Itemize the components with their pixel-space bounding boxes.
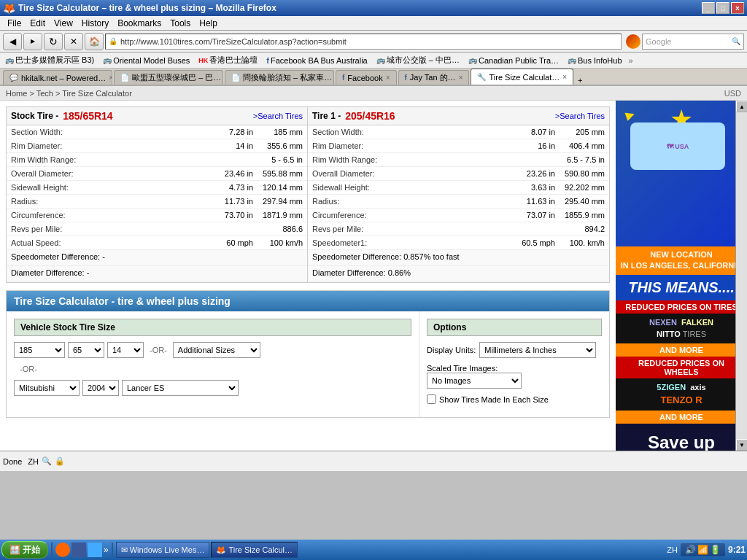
stock-tire-label: Stock Tire -: [11, 111, 58, 121]
tire1-label-6: Circumference:: [308, 209, 395, 222]
search-box[interactable]: 🔍: [642, 34, 744, 50]
rim-select[interactable]: 14: [107, 342, 144, 358]
stock-row-8: Actual Speed: 60 mph 100 km/h: [7, 236, 307, 250]
address-bar[interactable]: 🔒 http://www.1010tires.com/TireSizeCalcu…: [105, 34, 622, 50]
ad-panel: ★ ► 🗺 USA NEW LOCATIONIN LOS ANGELES, CA…: [616, 101, 747, 451]
tab-close-0[interactable]: ×: [109, 74, 112, 82]
tire1-val2-4: 92.202 mm: [558, 181, 609, 194]
stock-row-3: Overall Diameter: 23.46 in 595.88 mm: [7, 167, 307, 181]
menu-file[interactable]: File: [3, 17, 26, 30]
stop-button[interactable]: ✕: [64, 33, 83, 50]
home-button[interactable]: 🏠: [85, 33, 104, 50]
bookmark-hk[interactable]: HK 香港巴士論壇: [196, 54, 260, 66]
stock-label-1: Rim Diameter:: [7, 139, 94, 152]
minimize-button[interactable]: _: [702, 2, 715, 14]
stock-val1-6: 73.70 in: [94, 209, 256, 222]
scroll-down-btn[interactable]: ▼: [736, 439, 747, 451]
stock-row-6: Circumference: 73.70 in 1871.9 mm: [7, 209, 307, 222]
bookmark-canadian[interactable]: 🚌 Canadian Public Tra…: [466, 55, 561, 66]
menu-help[interactable]: Help: [195, 17, 222, 30]
aspect-select[interactable]: 65: [68, 342, 104, 358]
model-select[interactable]: Lancer ES: [122, 380, 239, 396]
taskbar-tire-calc[interactable]: 🦊 Tire Size Calcul…: [211, 542, 298, 558]
tire1-row-2: Rim Width Range: 6.5 - 7.5 in: [308, 153, 609, 167]
ad-new-location: NEW LOCATIONIN LOS ANGELES, CALIFORNIA: [616, 246, 747, 275]
tab-3[interactable]: f Facebook ×: [336, 70, 397, 85]
firefox-quick-icon[interactable]: [55, 542, 70, 557]
menu-tools[interactable]: Tools: [166, 17, 195, 30]
menu-bar: File Edit View History Bookmarks Tools H…: [0, 16, 747, 31]
menu-history[interactable]: History: [77, 17, 113, 30]
refresh-button[interactable]: ↻: [44, 33, 63, 50]
tab-5[interactable]: 🔧 Tire Size Calculat… ×: [471, 69, 573, 85]
maximize-button[interactable]: □: [716, 2, 729, 14]
tire1-val1-6: 73.07 in: [395, 209, 558, 222]
back-button[interactable]: ◀: [3, 33, 22, 50]
bookmark-fb[interactable]: f Facebook BA Bus Australia: [264, 55, 369, 66]
tab-0[interactable]: 💬 hkitalk.net – Powered… ×: [3, 70, 112, 85]
bookmark-city[interactable]: 🚌 城市公交版 – 中巴…: [374, 54, 462, 66]
tire1-row-0: Section Width: 8.07 in 205 mm: [308, 125, 609, 139]
bookmark-label: 巴士多媒體展示區 B3): [15, 55, 94, 66]
calc-body: Vehicle Stock Tire Size 185 65 14 -OR-: [7, 311, 609, 417]
toolbar: ◀ ▶ ↻ ✕ 🏠 🔒 http://www.1010tires.com/Tir…: [0, 31, 747, 52]
additional-sizes-select[interactable]: Additional Sizes: [173, 342, 260, 358]
ad-reduced-tires: REDUCED PRICES ON TIRES: [616, 300, 747, 314]
close-button[interactable]: ×: [731, 2, 744, 14]
tire1-label-7: Revs per Mile:: [308, 222, 395, 236]
bookmark-icon6: 🚌: [468, 56, 477, 64]
stock-val1-3: 23.46 in: [94, 167, 256, 180]
start-button[interactable]: 🪟 开始: [1, 541, 48, 559]
tab-close-5[interactable]: ×: [562, 73, 567, 81]
bookmark-bus-infohub[interactable]: 🚌 Bus InfoHub: [565, 55, 624, 66]
stock-val1-0: 7.28 in: [94, 125, 256, 139]
show-tires-checkbox[interactable]: [427, 394, 436, 404]
window-controls[interactable]: _ □ ×: [702, 2, 744, 14]
tire1-search-link[interactable]: >Search Tires: [555, 112, 605, 120]
tire1-label-0: Section Width:: [308, 125, 395, 139]
tire1-val2-0: 205 mm: [558, 125, 609, 139]
tire1-val2-8: 100. km/h: [558, 236, 609, 249]
tire1-row-1: Rim Diameter: 16 in 406.4 mm: [308, 139, 609, 153]
main-panel: Stock Tire - 185/65R14 >Search Tires Sec…: [0, 101, 616, 451]
year-select[interactable]: 2004: [82, 380, 119, 396]
ad-this-means: THIS MEANS....: [616, 275, 747, 300]
breadcrumb: Home > Tech > Tire Size Calculator USD: [0, 86, 747, 101]
stock-val2-3: 595.88 mm: [256, 167, 307, 180]
tire1-speedometer-diff: Speedometer Difference: 0.857% too fast: [308, 250, 609, 266]
tab-close-3[interactable]: ×: [386, 74, 390, 82]
stock-search-link[interactable]: >Search Tires: [253, 112, 303, 120]
ad-content: ★ ► 🗺 USA NEW LOCATIONIN LOS ANGELES, CA…: [616, 101, 747, 451]
tire1-label-2: Rim Width Range:: [308, 153, 395, 166]
tab-2[interactable]: 📄 問換輪胎須知 – 私家車… ×: [225, 70, 334, 85]
make-select[interactable]: Mitsubishi: [14, 380, 80, 396]
bookmark-oriental[interactable]: 🚌 Oriental Model Buses: [101, 55, 192, 66]
search-input[interactable]: [646, 37, 732, 46]
display-units-select[interactable]: Millimeters & Inches: [479, 342, 596, 358]
stock-val2-0: 185 mm: [256, 125, 307, 139]
menu-bookmarks[interactable]: Bookmarks: [113, 17, 166, 30]
tire1-val1-5: 11.63 in: [395, 195, 558, 208]
security-icon: 🔒: [55, 456, 65, 466]
status-lang: ZH: [28, 457, 39, 466]
or-text-1: -OR-: [150, 346, 167, 354]
taskbar-windows-live[interactable]: ✉ Windows Live Mes…: [116, 542, 210, 558]
fb-quick-icon[interactable]: [71, 542, 86, 557]
window-title-bar: 🦊 Tire Size Calculator – tire & wheel pl…: [0, 0, 747, 16]
more-icon[interactable]: »: [104, 545, 109, 555]
tire-size-row: 185 65 14 -OR- Additional Sizes: [14, 342, 411, 358]
width-select[interactable]: 185: [14, 342, 65, 358]
show-tires-row[interactable]: Show Tires Made In Each Size: [427, 394, 602, 404]
bookmark-buses[interactable]: 🚌 巴士多媒體展示區 B3): [3, 54, 96, 66]
ie-quick-icon[interactable]: [88, 542, 102, 557]
bookmark-label5: 城市公交版 – 中巴…: [387, 55, 460, 66]
forward-button[interactable]: ▶: [23, 33, 42, 50]
scroll-up-btn[interactable]: ▲: [736, 101, 747, 112]
menu-edit[interactable]: Edit: [26, 17, 50, 30]
tab-1[interactable]: 📄 歐盟五型環保城巴 – 巴… ×: [114, 70, 223, 85]
scaled-images-select[interactable]: No Images: [427, 373, 522, 389]
stock-val1-8: 60 mph: [94, 236, 256, 249]
tab-4[interactable]: f Jay Tan 的… ×: [398, 70, 470, 85]
tab-close-4[interactable]: ×: [459, 74, 463, 82]
menu-view[interactable]: View: [50, 17, 77, 30]
